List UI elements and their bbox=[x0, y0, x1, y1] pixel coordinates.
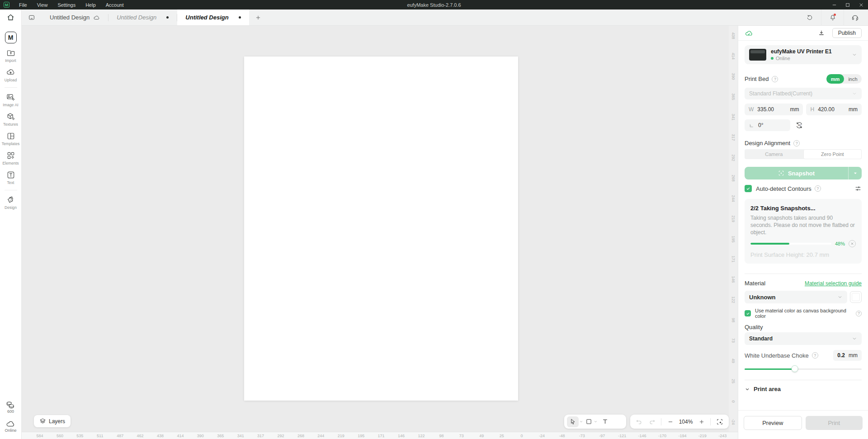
help-icon[interactable]: ? bbox=[856, 311, 862, 316]
sidebar-item-upload[interactable]: Upload bbox=[0, 68, 22, 82]
app-logo-icon: M bbox=[4, 2, 9, 8]
ruler-tick-label: 122 bbox=[731, 297, 736, 303]
rotation-field[interactable]: 0° bbox=[745, 119, 790, 131]
redo-icon[interactable] bbox=[648, 416, 656, 427]
artboard[interactable] bbox=[244, 57, 518, 401]
panel-footer: Preview Print bbox=[738, 410, 868, 439]
choke-slider[interactable] bbox=[745, 365, 862, 373]
preview-button[interactable]: Preview bbox=[744, 416, 802, 430]
width-field[interactable]: W 335.00 mm bbox=[745, 104, 803, 115]
online-indicator[interactable]: Online bbox=[5, 420, 16, 433]
zoom-in-button[interactable] bbox=[698, 416, 706, 427]
design-canvas[interactable] bbox=[22, 26, 729, 432]
sidebar-item-design[interactable]: Design bbox=[0, 195, 22, 210]
new-tab-button[interactable] bbox=[249, 9, 267, 25]
tab-zero-point[interactable]: Zero Point bbox=[803, 149, 862, 159]
ruler-tick-label: 414 bbox=[177, 434, 184, 438]
menu-account[interactable]: Account bbox=[101, 0, 129, 9]
unit-inch-button[interactable]: inch bbox=[844, 74, 862, 84]
menu-settings[interactable]: Settings bbox=[52, 0, 80, 9]
credits-indicator[interactable]: 600 bbox=[5, 401, 15, 414]
help-icon[interactable]: ? bbox=[772, 76, 778, 82]
tab-untitled-design-3-active[interactable]: Untitled Design bbox=[177, 9, 249, 25]
ruler-tick-label: -48 bbox=[559, 434, 565, 438]
snapshot-dropdown-arrow[interactable] bbox=[848, 167, 862, 179]
maker-suite-logo[interactable]: M bbox=[5, 32, 17, 43]
quality-select[interactable]: Standard bbox=[745, 332, 862, 345]
notifications-bell-icon[interactable] bbox=[821, 9, 844, 26]
printer-selector[interactable]: eufyMake UV Printer E1 Online bbox=[745, 45, 862, 64]
sidebar-item-textures[interactable]: Textures bbox=[0, 112, 22, 127]
use-material-color-checkbox[interactable] bbox=[745, 310, 751, 316]
minimize-icon[interactable] bbox=[827, 0, 841, 9]
tab-untitled-design-1[interactable]: Untitled Design bbox=[42, 9, 108, 25]
unsaved-dot-icon bbox=[166, 16, 169, 19]
fit-view-icon[interactable] bbox=[715, 416, 724, 427]
print-bed-row: Print Bed ? mm inch bbox=[745, 74, 862, 84]
choke-value-field[interactable]: 0.2 mm bbox=[833, 350, 862, 361]
snapshot-viewfinder-icon bbox=[778, 170, 784, 176]
zoom-level[interactable]: 104% bbox=[679, 419, 693, 425]
toolbar-divider bbox=[710, 418, 711, 425]
sidebar-item-image-ai[interactable]: Image AI bbox=[0, 93, 22, 107]
undo-icon[interactable] bbox=[635, 416, 643, 427]
menu-view[interactable]: View bbox=[32, 0, 53, 9]
layers-button[interactable]: Layers bbox=[34, 415, 71, 427]
cancel-snapshot-icon[interactable] bbox=[849, 240, 856, 247]
device-monitor-icon[interactable] bbox=[22, 9, 42, 25]
tab-camera[interactable]: Camera bbox=[745, 149, 803, 159]
sidebar-item-label: Templates bbox=[2, 142, 20, 146]
unit-mm-button[interactable]: mm bbox=[826, 74, 844, 84]
chevron-down-icon[interactable] bbox=[579, 420, 583, 424]
autodetect-checkbox[interactable] bbox=[745, 185, 752, 192]
material-select[interactable]: Unknown bbox=[745, 291, 847, 303]
print-button[interactable]: Print bbox=[806, 416, 863, 430]
printer-name: eufyMake UV Printer E1 bbox=[771, 48, 832, 55]
zoom-out-button[interactable] bbox=[666, 416, 675, 427]
menu-help[interactable]: Help bbox=[80, 0, 101, 9]
home-icon[interactable] bbox=[6, 13, 15, 22]
ruler-tick-label: 146 bbox=[398, 434, 405, 438]
ruler-tick-label: 365 bbox=[217, 434, 224, 438]
help-icon[interactable]: ? bbox=[815, 185, 821, 192]
design-alignment-label: Design Alignment bbox=[745, 140, 790, 146]
autodetect-row: Auto-detect Contours ? bbox=[745, 185, 862, 192]
sidebar-item-import[interactable]: Import bbox=[0, 48, 22, 63]
bed-preset-select[interactable]: Standard Flatbed(Current) bbox=[745, 88, 862, 99]
maximize-icon[interactable] bbox=[841, 0, 854, 9]
sidebar-item-text[interactable]: Text bbox=[0, 170, 22, 185]
help-icon[interactable]: ? bbox=[793, 140, 800, 146]
unsaved-dot-icon bbox=[239, 16, 241, 19]
text-tool[interactable] bbox=[601, 416, 609, 427]
height-field[interactable]: H 420.00 mm bbox=[806, 104, 862, 115]
close-icon[interactable] bbox=[854, 0, 868, 9]
sync-history-icon[interactable] bbox=[798, 9, 821, 26]
chevron-down-icon[interactable] bbox=[594, 420, 598, 424]
print-area-toggle[interactable]: Print area bbox=[745, 386, 862, 392]
support-headset-icon[interactable] bbox=[844, 9, 866, 26]
material-guide-link[interactable]: Material selection guide bbox=[805, 280, 862, 287]
choke-label: White Underbase Choke bbox=[745, 352, 809, 359]
tab-untitled-design-2[interactable]: Untitled Design bbox=[108, 9, 177, 25]
select-tool[interactable] bbox=[567, 416, 579, 427]
sidebar-item-elements[interactable]: Elements bbox=[0, 151, 22, 165]
menu-file[interactable]: File bbox=[14, 0, 32, 9]
slider-thumb[interactable] bbox=[792, 365, 798, 372]
ruler-tick-label: 584 bbox=[36, 434, 43, 438]
ruler-tick-label: 560 bbox=[57, 434, 63, 438]
ruler-tick-label: 487 bbox=[117, 434, 123, 438]
sidebar-item-label: Textures bbox=[3, 122, 18, 127]
ruler-tick-label: -194 bbox=[678, 434, 686, 438]
contour-settings-icon[interactable] bbox=[854, 185, 862, 192]
snapshot-button[interactable]: Snapshot bbox=[745, 167, 862, 179]
sidebar-item-templates[interactable]: Templates bbox=[0, 132, 22, 146]
layers-icon bbox=[39, 418, 46, 425]
publish-button[interactable]: Publish bbox=[832, 28, 862, 38]
material-color-swatch[interactable] bbox=[850, 291, 862, 303]
ruler-tick-label: 219 bbox=[731, 215, 736, 222]
alignment-tabs: Camera Zero Point bbox=[745, 149, 862, 159]
rotate-90-button[interactable]: 90° bbox=[794, 120, 805, 131]
download-icon[interactable] bbox=[818, 29, 825, 37]
shape-tool[interactable] bbox=[585, 416, 593, 427]
help-icon[interactable]: ? bbox=[812, 352, 818, 359]
